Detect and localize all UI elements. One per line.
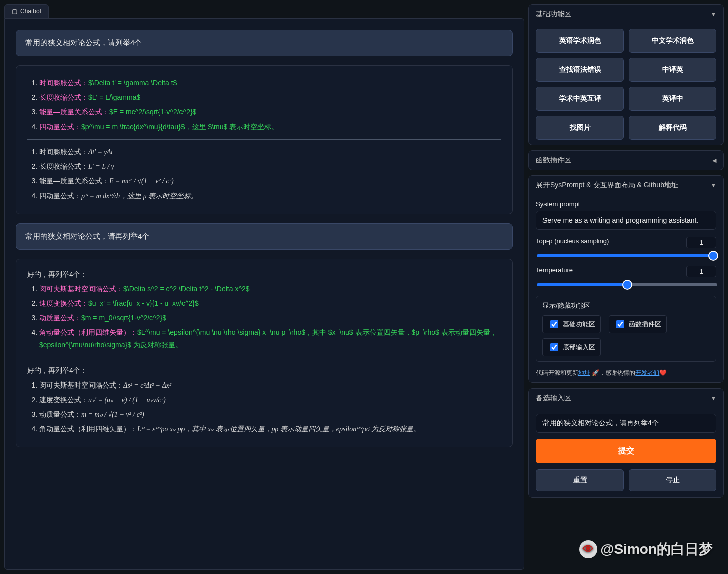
bot-message: 好的，再列举4个： 闵可夫斯基时空间隔公式：$\Delta s^2 = c^2 … (16, 259, 513, 447)
user-message: 常用的狭义相对论公式，请再列举4个 (16, 223, 513, 250)
temperature-label: Temperature (536, 266, 573, 274)
panel-plugins-header[interactable]: 函数插件区 ◀ (529, 151, 723, 170)
link-devs[interactable]: 开发者们 (635, 369, 659, 376)
topp-label: Top-p (nucleus sampling) (536, 237, 609, 245)
toggle-basic[interactable]: 基础功能区 (542, 315, 601, 333)
chat-icon: ▢ (12, 8, 17, 15)
panel-sysprompt-header[interactable]: 展开SysPrompt & 交互界面布局 & Github地址 ▼ (529, 176, 723, 195)
tab-label: Chatbot (20, 8, 41, 15)
panel-basic: 基础功能区 ▼ 英语学术润色 中文学术润色 查找语法错误 中译英 学术中英互译 … (528, 4, 724, 145)
panel-alt-input-header[interactable]: 备选输入区 ▼ (529, 389, 723, 408)
fn-btn-7[interactable]: 解释代码 (629, 116, 716, 140)
tab-chatbot[interactable]: ▢ Chatbot (4, 4, 49, 18)
topp-slider[interactable] (537, 254, 717, 257)
toggle-plugins[interactable]: 函数插件区 (609, 315, 667, 333)
fn-btn-3[interactable]: 中译英 (629, 58, 716, 82)
rocket-icon: 🚀 (592, 369, 599, 376)
temperature-slider[interactable] (537, 283, 717, 286)
stop-button[interactable]: 停止 (629, 469, 716, 491)
submit-button[interactable]: 提交 (536, 439, 716, 463)
fn-btn-0[interactable]: 英语学术润色 (536, 29, 624, 53)
footer-text: 代码开源和更新地址 🚀，感谢热情的开发者们❤️ (536, 369, 716, 377)
sysprompt-label: System prompt (536, 200, 716, 208)
conversation: 常用的狭义相对论公式，请列举4个 时间膨胀公式：$\Delta t' = \ga… (4, 18, 524, 570)
chevron-down-icon: ▼ (711, 11, 716, 17)
chevron-left-icon: ◀ (712, 157, 716, 164)
weibo-icon: 👁 (579, 540, 597, 558)
fn-btn-4[interactable]: 学术中英互译 (536, 87, 624, 111)
watermark: 👁 @Simon的白日梦 (579, 540, 713, 559)
topp-value: 1 (686, 237, 716, 248)
chevron-down-icon: ▼ (711, 395, 716, 401)
panel-sysprompt: 展开SysPrompt & 交互界面布局 & Github地址 ▼ System… (528, 175, 724, 383)
panel-alt-input: 备选输入区 ▼ 提交 重置 停止 (528, 388, 724, 498)
panel-basic-header[interactable]: 基础功能区 ▼ (529, 5, 723, 24)
fn-btn-2[interactable]: 查找语法错误 (536, 58, 624, 82)
fn-btn-6[interactable]: 找图片 (536, 116, 624, 140)
link-source[interactable]: 地址 (578, 369, 590, 376)
fn-btn-1[interactable]: 中文学术润色 (629, 29, 716, 53)
toggle-group: 显示/隐藏功能区 基础功能区 函数插件区 底部输入区 (536, 296, 716, 362)
user-message: 常用的狭义相对论公式，请列举4个 (16, 30, 513, 56)
bot-message: 时间膨胀公式：$\Delta t' = \gamma \Delta t$ 长度收… (16, 65, 513, 214)
heart-icon: ❤️ (659, 369, 667, 376)
chevron-down-icon: ▼ (711, 182, 716, 188)
temperature-value: 1 (686, 266, 716, 277)
alt-input-field[interactable] (536, 414, 716, 433)
fn-btn-5[interactable]: 英译中 (629, 87, 716, 111)
panel-plugins: 函数插件区 ◀ (528, 150, 724, 170)
reset-button[interactable]: 重置 (536, 469, 624, 491)
sysprompt-input[interactable] (536, 211, 716, 230)
toggle-bottom-input[interactable]: 底部输入区 (542, 338, 601, 356)
